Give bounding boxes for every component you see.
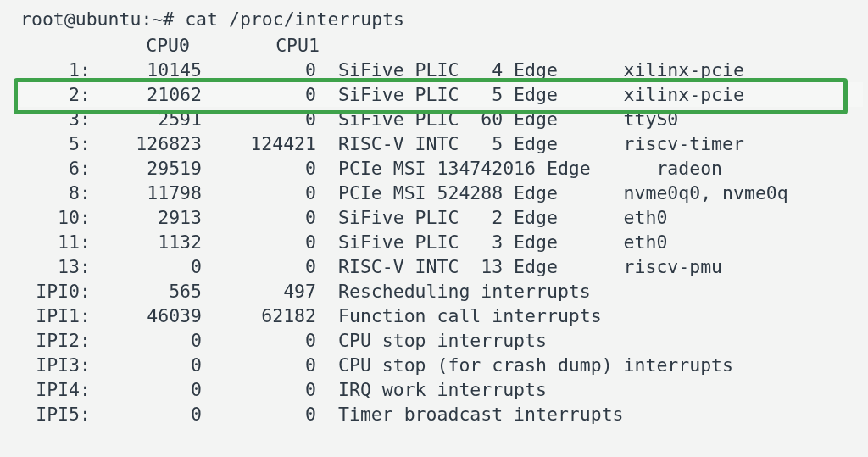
colon: : <box>80 377 92 402</box>
irq-description: CPU stop (for crash dump) interrupts <box>316 353 733 377</box>
irq-description: RISC-V INTC 13 Edge riscv-pmu <box>316 254 722 279</box>
irq-description: Timer broadcast interrupts <box>316 402 624 426</box>
cpu1-count: 0 <box>202 328 316 353</box>
irq-description: SiFive PLIC 60 Edge ttyS0 <box>316 107 678 131</box>
colon: : <box>80 205 92 230</box>
colon: : <box>80 107 92 131</box>
cpu1-count: 0 <box>202 107 316 131</box>
colon: : <box>80 402 92 426</box>
table-row: IPI3:00CPU stop (for crash dump) interru… <box>20 353 863 377</box>
irq-number: 6 <box>20 156 80 181</box>
cpu0-count: 0 <box>92 328 202 353</box>
irq-description: RISC-V INTC 5 Edge riscv-timer <box>316 131 744 156</box>
cpu0-count: 1132 <box>92 230 202 254</box>
irq-description: IRQ work interrupts <box>316 377 547 402</box>
irq-description: SiFive PLIC 5 Edge xilinx-pcie <box>316 82 744 107</box>
irq-description: CPU stop interrupts <box>316 328 547 353</box>
cpu1-count: 0 <box>202 82 316 107</box>
table-row: 5:126823124421RISC-V INTC 5 Edge riscv-t… <box>20 131 863 156</box>
cpu1-count: 0 <box>202 254 316 279</box>
colon: : <box>80 58 92 82</box>
irq-description: SiFive PLIC 4 Edge xilinx-pcie <box>316 58 744 82</box>
irq-description: SiFive PLIC 2 Edge eth0 <box>316 205 667 230</box>
cpu1-count: 0 <box>202 205 316 230</box>
colon: : <box>80 353 92 377</box>
cpu0-count: 11798 <box>92 181 202 205</box>
colon: : <box>80 181 92 205</box>
cpu0-count: 126823 <box>92 131 202 156</box>
colon: : <box>80 254 92 279</box>
table-row: 8:117980PCIe MSI 524288 Edge nvme0q0, nv… <box>20 181 863 205</box>
irq-description: PCIe MSI 134742016 Edge radeon <box>316 156 722 181</box>
table-row: IPI4:00IRQ work interrupts <box>20 377 863 402</box>
cpu1-count: 124421 <box>202 131 316 156</box>
irq-number: 2 <box>20 82 80 107</box>
irq-number: IPI4 <box>20 377 80 402</box>
irq-number: IPI2 <box>20 328 80 353</box>
cpu0-count: 0 <box>92 377 202 402</box>
table-row: 1:101450SiFive PLIC 4 Edge xilinx-pcie <box>20 58 863 82</box>
interrupts-header: CPU0 CPU1 <box>20 33 320 58</box>
irq-number: 10 <box>20 205 80 230</box>
table-row: IPI0:565497Rescheduling interrupts <box>20 279 863 304</box>
table-row: 13:00RISC-V INTC 13 Edge riscv-pmu <box>20 254 863 279</box>
table-row: 10:29130SiFive PLIC 2 Edge eth0 <box>20 205 863 230</box>
table-row: 11:11320SiFive PLIC 3 Edge eth0 <box>20 230 863 254</box>
prompt-text: root@ubuntu:~# cat /proc/interrupts <box>20 8 404 30</box>
cpu0-count: 29519 <box>92 156 202 181</box>
cpu1-count: 0 <box>202 353 316 377</box>
colon: : <box>80 82 92 107</box>
cpu0-count: 10145 <box>92 58 202 82</box>
irq-number: IPI3 <box>20 353 80 377</box>
colon: : <box>80 131 92 156</box>
irq-description: PCIe MSI 524288 Edge nvme0q0, nvme0q <box>316 181 788 205</box>
colon: : <box>80 279 92 304</box>
cpu1-count: 0 <box>202 156 316 181</box>
cpu0-count: 2591 <box>92 107 202 131</box>
cpu1-count: 497 <box>202 279 316 304</box>
cpu1-count: 0 <box>202 230 316 254</box>
cpu0-count: 21062 <box>92 82 202 107</box>
cpu1-count: 0 <box>202 181 316 205</box>
irq-number: IPI0 <box>20 279 80 304</box>
interrupts-table: 1:101450SiFive PLIC 4 Edge xilinx-pcie2:… <box>20 58 863 426</box>
cpu0-count: 2913 <box>92 205 202 230</box>
table-row: IPI2:00CPU stop interrupts <box>20 328 863 353</box>
irq-description: Function call interrupts <box>316 304 602 328</box>
irq-number: 11 <box>20 230 80 254</box>
irq-description: Rescheduling interrupts <box>316 279 591 304</box>
cpu0-count: 0 <box>92 353 202 377</box>
shell-prompt: root@ubuntu:~# cat /proc/interrupts <box>20 7 863 31</box>
cpu1-count: 62182 <box>202 304 316 328</box>
irq-number: 8 <box>20 181 80 205</box>
irq-number: IPI5 <box>20 402 80 426</box>
cpu0-count: 0 <box>92 254 202 279</box>
table-row: IPI1:4603962182Function call interrupts <box>20 304 863 328</box>
table-row: 6:295190PCIe MSI 134742016 Edge radeon <box>20 156 863 181</box>
colon: : <box>80 328 92 353</box>
irq-number: 13 <box>20 254 80 279</box>
irq-number: 5 <box>20 131 80 156</box>
cpu1-count: 0 <box>202 58 316 82</box>
cpu1-count: 0 <box>202 402 316 426</box>
colon: : <box>80 156 92 181</box>
table-row: 3:25910SiFive PLIC 60 Edge ttyS0 <box>20 107 863 131</box>
irq-number: 3 <box>20 107 80 131</box>
header-cpu0: CPU0 <box>20 33 190 58</box>
irq-number: IPI1 <box>20 304 80 328</box>
table-row: IPI5:00Timer broadcast interrupts <box>20 402 863 426</box>
cpu0-count: 46039 <box>92 304 202 328</box>
cpu0-count: 0 <box>92 402 202 426</box>
irq-description: SiFive PLIC 3 Edge eth0 <box>316 230 667 254</box>
cpu1-count: 0 <box>202 377 316 402</box>
table-row: 2:210620SiFive PLIC 5 Edge xilinx-pcie <box>20 82 863 107</box>
cpu0-count: 565 <box>92 279 202 304</box>
header-cpu1: CPU1 <box>201 33 320 58</box>
colon: : <box>80 304 92 328</box>
colon: : <box>80 230 92 254</box>
irq-number: 1 <box>20 58 80 82</box>
